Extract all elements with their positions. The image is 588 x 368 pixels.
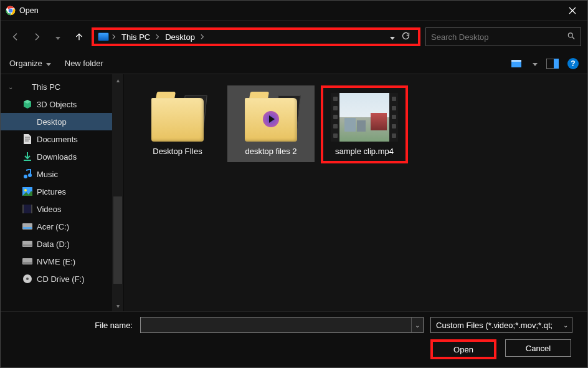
scroll-down-icon[interactable]: ▾ [112,300,123,311]
tree-cd-drive[interactable]: CD Drive (F:) [1,270,123,288]
node-label: Pictures [37,187,66,196]
chevron-right-icon [155,32,160,42]
search-input[interactable]: Search Desktop [425,27,581,46]
svg-rect-5 [511,60,521,62]
address-history-dropdown[interactable] [390,32,395,42]
folder-item[interactable]: Desktop FIles [134,85,221,162]
chevron-right-icon [111,32,116,42]
node-label: Desktop [37,117,67,127]
svg-rect-18 [23,245,32,246]
svg-rect-20 [23,262,32,264]
filter-label: Custom Files (*.video;*.mov;*.qt; [436,321,552,330]
breadcrumb-desktop[interactable]: Desktop [163,32,197,42]
drive-icon [22,221,33,231]
node-label: This PC [32,82,60,92]
music-icon [22,169,33,179]
toolbar: Organize New folder ? [1,53,587,74]
video-thumbnail [331,93,398,142]
svg-point-8 [24,175,27,178]
svg-point-22 [26,278,29,280]
title-bar: Open [1,1,587,21]
search-placeholder: Search Desktop [431,32,489,42]
tree-documents[interactable]: Documents [1,130,123,148]
search-icon [567,32,576,42]
close-button[interactable] [562,2,582,19]
chevron-down-icon: ⌄ [8,84,13,90]
chevron-right-icon [200,32,205,42]
svg-rect-7 [554,59,559,69]
window-title: Open [19,6,39,15]
drive-icon [22,239,33,249]
videos-icon [22,204,33,214]
tree-this-pc[interactable]: ⌄ This PC [1,78,123,95]
organize-menu[interactable]: Organize [9,59,51,68]
node-label: CD Drive (F:) [37,274,85,284]
node-label: Documents [37,135,78,144]
sidebar-scrollbar[interactable]: ▴ ▾ [112,74,123,311]
scroll-thumb[interactable] [113,196,122,284]
help-button[interactable]: ? [567,58,579,69]
filename-input[interactable]: ⌄ [140,317,423,333]
tree-downloads[interactable]: Downloads [1,148,123,165]
cancel-button[interactable]: Cancel [505,339,571,357]
drive-icon [22,256,33,266]
documents-icon [22,134,33,144]
downloads-icon [22,152,33,162]
tree-drive-e[interactable]: NVME (E:) [1,253,123,270]
nav-row: This PC Desktop Search Desktop [1,21,587,53]
node-label: Downloads [37,152,77,162]
refresh-button[interactable] [401,31,410,42]
open-button[interactable]: Open [430,339,496,359]
svg-rect-13 [22,205,24,213]
file-list[interactable]: Desktop FIles desktop files 2 sample cli… [124,74,587,311]
node-label: Data (D:) [37,240,70,249]
node-label: NVME (E:) [37,257,75,266]
address-bar[interactable]: This PC Desktop [92,27,420,46]
tree-3d-objects[interactable]: 3D Objects [1,95,123,113]
tree-pictures[interactable]: Pictures [1,183,123,200]
pictures-icon [22,186,33,196]
scroll-up-icon[interactable]: ▴ [112,74,123,85]
this-pc-icon [98,32,109,41]
preview-pane-button[interactable] [546,58,559,69]
svg-point-9 [28,173,32,177]
folder-item[interactable]: desktop files 2 [227,85,315,162]
file-type-filter[interactable]: Custom Files (*.video;*.mov;*.qt; ⌄ [430,317,572,333]
item-label: desktop files 2 [245,147,296,156]
node-label: Videos [37,205,62,214]
tree-drive-d[interactable]: Data (D:) [1,235,123,253]
sidebar: ⌄ This PC 3D Objects Desktop Documents D… [1,74,124,311]
item-label: Desktop FIles [153,147,202,156]
play-overlay-icon [263,111,279,127]
new-folder-button[interactable]: New folder [65,59,103,68]
node-label: 3D Objects [37,100,77,109]
filename-label: File name: [90,321,133,330]
svg-point-11 [24,189,27,191]
tree-videos[interactable]: Videos [1,200,123,218]
svg-rect-14 [31,205,32,213]
item-label: sample clip.mp4 [335,147,394,156]
video-file-item[interactable]: sample clip.mp4 [321,85,408,163]
tree-drive-c[interactable]: Acer (C:) [1,218,123,235]
desktop-icon [22,117,33,127]
svg-rect-16 [23,227,32,229]
node-label: Music [37,170,58,179]
chrome-icon [6,6,16,16]
folder-icon [151,92,204,142]
view-options-button[interactable] [511,58,524,69]
back-button[interactable] [7,28,24,46]
forward-button[interactable] [28,28,45,46]
tree-music[interactable]: Music [1,165,123,183]
cd-drive-icon [22,274,33,284]
tree-desktop[interactable]: Desktop [1,113,123,130]
folder-icon [245,92,297,142]
view-options-dropdown[interactable] [533,59,538,68]
breadcrumb-this-pc[interactable]: This PC [119,32,153,42]
up-button[interactable] [70,28,88,46]
3d-objects-icon [22,99,33,109]
recent-locations-dropdown[interactable] [49,28,67,46]
node-label: Acer (C:) [37,222,69,231]
svg-point-3 [568,33,572,37]
chevron-down-icon: ⌄ [563,322,568,329]
filename-history-dropdown[interactable]: ⌄ [411,317,424,333]
